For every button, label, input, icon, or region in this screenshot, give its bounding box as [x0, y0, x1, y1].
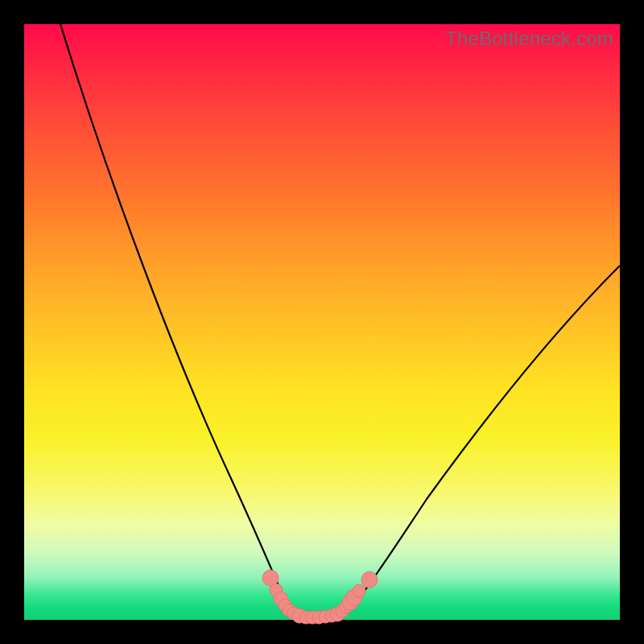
- valley-marker: [353, 584, 365, 597]
- valley-markers-group: [262, 570, 378, 624]
- curve-layer: [24, 24, 620, 620]
- valley-marker: [361, 572, 378, 588]
- outer-frame: TheBottleneck.com: [0, 0, 644, 644]
- plot-area: TheBottleneck.com: [24, 24, 620, 620]
- bottleneck-curve: [60, 24, 620, 619]
